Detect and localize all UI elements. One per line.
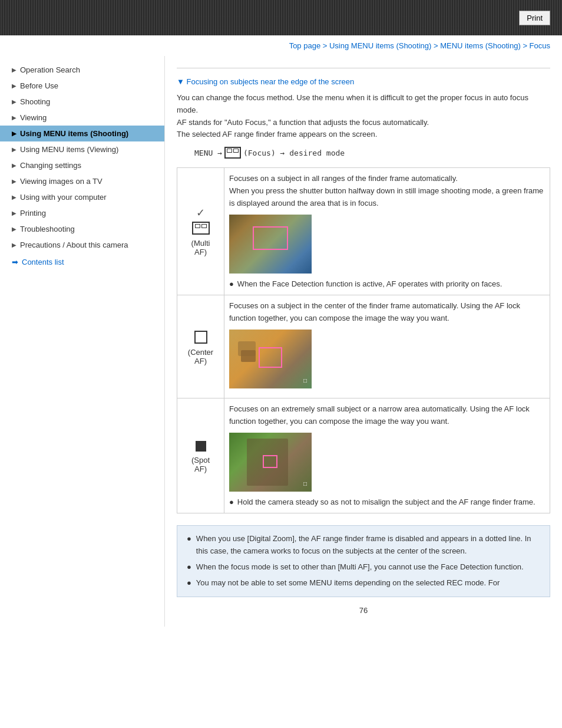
table-row-center-af: (CenterAF) Focuses on a subject in the c… [177, 295, 550, 398]
sidebar-item-using-computer[interactable]: ▶ Using with your computer [0, 189, 164, 205]
af-modes-table: ✓ (MultiAF) Focuses on a subject in all … [177, 167, 550, 513]
sidebar-item-changing-settings[interactable]: ▶ Changing settings [0, 157, 164, 173]
focus-rect-center [259, 347, 282, 368]
multi-af-icon [192, 222, 210, 235]
table-row-spot-af: (SpotAF) Focuses on an extremely small s… [177, 398, 550, 513]
sidebar-item-printing[interactable]: ▶ Printing [0, 205, 164, 221]
sidebar-item-troubleshooting[interactable]: ▶ Troubleshooting [0, 221, 164, 237]
multi-af-icon-cell: ✓ (MultiAF) [177, 168, 224, 295]
note-item-2: When the focus mode is set to other than… [187, 561, 540, 574]
content-area: Focusing on subjects near the edge of th… [165, 56, 562, 627]
center-af-icon [194, 331, 207, 344]
arrow-right-icon: ➡ [12, 258, 18, 266]
print-button[interactable]: Print [519, 11, 550, 25]
multi-af-image [229, 215, 312, 274]
center-af-icon-cell: (CenterAF) [177, 295, 224, 398]
table-row-multi-af: ✓ (MultiAF) Focuses on a subject in all … [177, 168, 550, 295]
sidebar: ▶ Operation Search ▶ Before Use ▶ Shooti… [0, 56, 165, 627]
sidebar-item-viewing-tv[interactable]: ▶ Viewing images on a TV [0, 173, 164, 189]
spot-af-label: (SpotAF) [191, 456, 210, 473]
note-item-1: When you use [Digital Zoom], the AF rang… [187, 533, 540, 558]
sidebar-item-before-use[interactable]: ▶ Before Use [0, 78, 164, 94]
sidebar-item-using-menu-viewing[interactable]: ▶ Using MENU items (Viewing) [0, 141, 164, 157]
arrow-icon: ▶ [12, 178, 16, 185]
breadcrumb-using-menu-shooting[interactable]: Using MENU items (Shooting) [329, 41, 431, 50]
page-number: 76 [177, 606, 550, 615]
spot-af-icon-cell: (SpotAF) [177, 398, 224, 513]
breadcrumb-focus: Focus [530, 41, 550, 50]
arrow-icon: ▶ [12, 226, 16, 232]
arrow-icon: ▶ [12, 83, 16, 89]
breadcrumb-top[interactable]: Top page [289, 41, 321, 50]
arrow-icon: ▶ [12, 98, 16, 105]
sidebar-item-viewing[interactable]: ▶ Viewing [0, 110, 164, 126]
arrow-icon: ▶ [12, 162, 16, 169]
main-layout: ▶ Operation Search ▶ Before Use ▶ Shooti… [0, 56, 562, 627]
arrow-icon: ▶ [12, 194, 16, 200]
intro-paragraph-1: You can change the focus method. Use the… [177, 92, 550, 141]
multi-af-desc-cell: Focuses on a subject in all ranges of th… [224, 168, 550, 295]
notes-box: When you use [Digital Zoom], the AF rang… [177, 525, 550, 597]
multi-af-desc: Focuses on a subject in all ranges of th… [229, 174, 543, 207]
section-title: Focusing on subjects near the edge of th… [177, 77, 550, 86]
arrow-icon: ▶ [12, 67, 16, 73]
spot-af-icon [196, 441, 206, 452]
arrow-icon: ▶ [12, 242, 16, 248]
focus-rect-multi [253, 226, 288, 250]
spot-af-image: □ [229, 433, 312, 492]
sidebar-item-precautions[interactable]: ▶ Precautions / About this camera [0, 237, 164, 253]
multi-af-note: When the Face Detection function is acti… [229, 278, 545, 291]
spot-af-desc-cell: Focuses on an extremely small subject or… [224, 398, 550, 513]
sidebar-item-operation-search[interactable]: ▶ Operation Search [0, 62, 164, 78]
multi-af-label: (MultiAF) [191, 239, 210, 256]
arrow-icon: ▶ [12, 210, 16, 216]
center-af-label: (CenterAF) [188, 348, 213, 365]
breadcrumb: Top page > Using MENU items (Shooting) >… [0, 35, 562, 56]
spot-af-note: Hold the camera steady so as not to misa… [229, 496, 545, 509]
header-bar: Print [0, 0, 562, 35]
sidebar-item-shooting[interactable]: ▶ Shooting [0, 94, 164, 110]
note-item-3: You may not be able to set some MENU ite… [187, 577, 540, 589]
center-af-desc: Focuses on a subject in the center of th… [229, 301, 520, 322]
breadcrumb-menu-items-shooting[interactable]: MENU items (Shooting) [440, 41, 521, 50]
contents-list-link[interactable]: ➡ Contents list [0, 253, 164, 271]
center-af-desc-cell: Focuses on a subject in the center of th… [224, 295, 550, 398]
arrow-icon: ▶ [12, 130, 16, 137]
arrow-icon: ▶ [12, 146, 16, 153]
spot-af-desc: Focuses on an extremely small subject or… [229, 404, 530, 426]
arrow-icon: ▶ [12, 114, 16, 121]
focus-icon [224, 147, 241, 159]
checkmark-icon: ✓ [196, 207, 205, 219]
focus-rect-spot [263, 455, 277, 468]
sidebar-item-using-menu-shooting[interactable]: ▶ Using MENU items (Shooting) [0, 126, 164, 141]
center-af-image: □ [229, 330, 312, 388]
menu-formula: MENU → (Focus) → desired mode [194, 147, 550, 159]
